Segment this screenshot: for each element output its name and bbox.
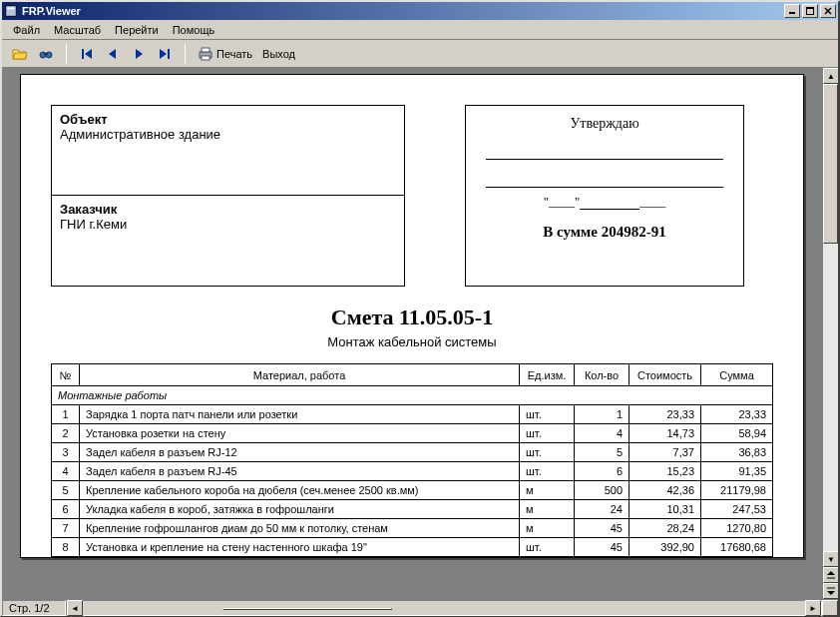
svg-marker-14 <box>160 49 167 59</box>
exit-label: Выход <box>262 48 295 60</box>
last-page-button[interactable] <box>153 44 177 64</box>
th-sum: Сумма <box>701 364 773 386</box>
svg-rect-15 <box>168 49 170 59</box>
th-qty: Кол-во <box>575 364 630 386</box>
svg-marker-19 <box>827 571 835 575</box>
first-page-button[interactable] <box>75 44 99 64</box>
print-button[interactable]: Печать <box>194 44 256 64</box>
customer-label: Заказчик <box>60 202 117 217</box>
svg-marker-22 <box>827 591 835 595</box>
estimate-table: № Материал, работа Ед.изм. Кол-во Стоимо… <box>51 363 773 557</box>
menu-help[interactable]: Помощь <box>166 22 222 38</box>
menu-zoom[interactable]: Масштаб <box>47 22 108 38</box>
section-row: Монтажные работы <box>52 386 773 405</box>
svg-rect-1 <box>8 8 15 10</box>
menubar: Файл Масштаб Перейти Помощь <box>2 20 838 40</box>
svg-marker-11 <box>85 49 92 59</box>
table-row: 2Установка розетки на стенушт.414,7358,9… <box>52 424 773 443</box>
statusbar-row: Стр. 1/2 ◄ ► <box>2 599 838 615</box>
th-cost: Стоимость <box>630 364 701 386</box>
scroll-page-up-button[interactable] <box>823 567 838 583</box>
document-viewport[interactable]: Объект Административное здание Заказчик … <box>2 68 822 599</box>
th-unit: Ед.изм. <box>520 364 575 386</box>
document-title: Смета 11.05.05-1 <box>51 305 773 330</box>
window-title: FRP.Viewer <box>22 5 81 17</box>
svg-marker-12 <box>109 49 116 59</box>
binoculars-icon <box>38 46 54 62</box>
vertical-scrollbar[interactable]: ▲ ▼ <box>822 68 838 599</box>
table-row: 4Задел кабеля в разъем RJ-45шт.615,2391,… <box>52 462 773 481</box>
titlebar: FRP.Viewer <box>2 2 838 20</box>
sum-line: В сумме 204982-91 <box>480 224 729 241</box>
app-icon <box>4 4 18 18</box>
menu-file[interactable]: Файл <box>6 22 47 38</box>
table-row: 6Укладка кабеля в короб, затяжка в гофро… <box>52 500 773 519</box>
open-button[interactable] <box>8 44 32 64</box>
prev-page-button[interactable] <box>101 44 125 64</box>
approve-box: Утверждаю "____"____ В сумме 204982-91 <box>465 105 744 287</box>
printer-icon <box>198 46 213 62</box>
folder-open-icon <box>12 46 28 62</box>
page-indicator: Стр. 1/2 <box>2 600 66 616</box>
signature-line-1 <box>486 132 723 160</box>
object-value: Административное здание <box>60 127 220 142</box>
svg-rect-18 <box>202 56 210 60</box>
vscroll-thumb[interactable] <box>823 84 838 244</box>
approve-label: Утверждаю <box>480 116 729 132</box>
close-button[interactable] <box>820 4 836 18</box>
page-1: Объект Административное здание Заказчик … <box>20 74 804 558</box>
maximize-button[interactable] <box>802 4 818 18</box>
menu-goto[interactable]: Перейти <box>108 22 166 38</box>
horizontal-scrollbar[interactable]: ◄ ► <box>66 600 822 616</box>
table-row: 5Крепление кабельного короба на дюбеля (… <box>52 481 773 500</box>
print-label: Печать <box>216 48 252 60</box>
scroll-page-down-button[interactable] <box>823 583 838 599</box>
table-row: 7Крепление гофрошлангов диам до 50 мм к … <box>52 519 773 538</box>
first-icon <box>79 46 95 62</box>
table-row: 8Установка и крепление на стену настенно… <box>52 538 773 557</box>
th-item: Материал, работа <box>80 364 520 386</box>
prev-icon <box>105 46 121 62</box>
exit-button[interactable]: Выход <box>258 46 299 62</box>
object-label: Объект <box>60 112 108 127</box>
scroll-up-button[interactable]: ▲ <box>823 68 838 84</box>
document-subtitle: Монтаж кабельной системы <box>51 334 773 349</box>
resize-grip[interactable] <box>822 600 838 616</box>
last-icon <box>157 46 173 62</box>
content-area: Объект Административное здание Заказчик … <box>2 68 838 599</box>
th-num: № <box>52 364 80 386</box>
signature-line-2 <box>486 160 723 188</box>
next-icon <box>131 46 147 62</box>
svg-rect-10 <box>82 49 84 59</box>
table-row: 1Зарядка 1 порта патч панели или розетки… <box>52 405 773 424</box>
minimize-button[interactable] <box>784 4 800 18</box>
app-window: FRP.Viewer Файл Масштаб Перейти Помощь <box>0 0 840 617</box>
table-row: 3Задел кабеля в разъем RJ-12шт.57,3736,8… <box>52 443 773 462</box>
date-line: "____"____ <box>480 194 729 210</box>
hscroll-thumb[interactable] <box>222 608 392 610</box>
svg-rect-0 <box>6 6 17 17</box>
customer-value: ГНИ г.Кеми <box>60 217 127 232</box>
scroll-down-button[interactable]: ▼ <box>823 551 838 567</box>
object-customer-box: Объект Административное здание Заказчик … <box>51 105 405 287</box>
scroll-right-button[interactable]: ► <box>805 600 821 616</box>
toolbar: Печать Выход <box>2 40 838 68</box>
svg-marker-13 <box>136 49 143 59</box>
next-page-button[interactable] <box>127 44 151 64</box>
scroll-left-button[interactable]: ◄ <box>67 600 83 616</box>
svg-rect-17 <box>202 48 210 52</box>
svg-rect-9 <box>44 53 48 55</box>
find-button[interactable] <box>34 44 58 64</box>
